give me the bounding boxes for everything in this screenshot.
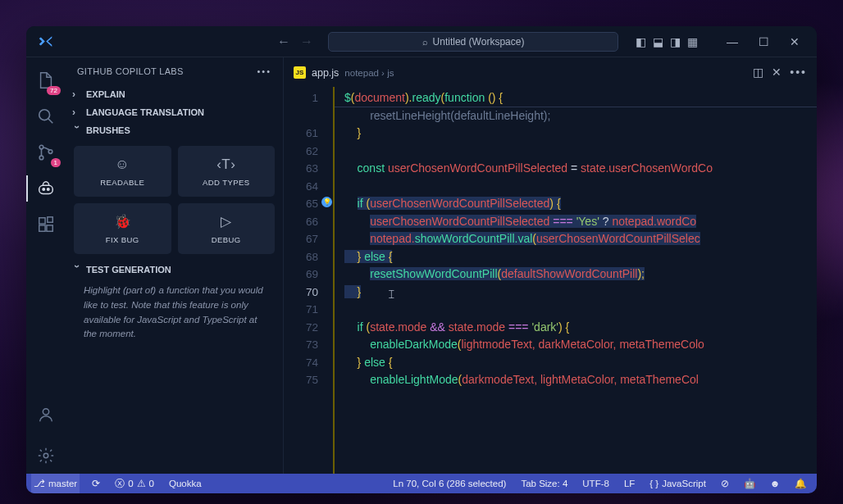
- status-encoding[interactable]: UTF-8: [580, 479, 612, 488]
- status-problems[interactable]: ⓧ0⚠0: [112, 478, 157, 490]
- scm-badge: 1: [51, 158, 61, 167]
- layout-controls: ◧ ⬓ ◨ ▦: [633, 33, 700, 51]
- main-area: 72 1 GITHUB COPILOT L: [26, 57, 817, 474]
- code-line: resetLineHeight(defaultLineHeight);: [335, 107, 817, 125]
- editor-tabs: JS app.js notepad › js ◫ ✕ •••: [284, 57, 817, 87]
- status-lang[interactable]: { }JavaScript: [647, 479, 709, 488]
- code-line: $(document).ready(function () {: [335, 89, 817, 107]
- command-center[interactable]: ⌕ Untitled (Workspace): [328, 32, 618, 52]
- tab-path: notepad › js: [344, 68, 394, 78]
- nav-controls: ← →: [277, 34, 313, 49]
- status-bell-icon[interactable]: 🔔: [792, 478, 809, 489]
- svg-point-12: [43, 453, 48, 458]
- titlebar: ← → ⌕ Untitled (Workspace) ◧ ⬓ ◨ ▦ — ☐ ✕: [26, 26, 817, 57]
- more-actions-icon[interactable]: •••: [790, 66, 807, 79]
- layout-panel-icon[interactable]: ⬓: [650, 33, 666, 51]
- chevron-right-icon: ›: [72, 107, 82, 118]
- status-left: ⎇master ⟳ ⓧ0⚠0 Quokka: [26, 474, 204, 493]
- status-tabsize[interactable]: Tab Size: 4: [518, 479, 570, 488]
- layout-customize-icon[interactable]: ▦: [685, 33, 700, 51]
- status-copilot-icon[interactable]: 🤖: [741, 478, 758, 489]
- section-brushes[interactable]: ›BRUSHES: [66, 121, 283, 139]
- status-prettier-icon[interactable]: ⊘: [718, 478, 731, 489]
- vscode-logo-icon: [33, 34, 57, 48]
- activity-account[interactable]: [26, 397, 66, 433]
- brush-fix-bug[interactable]: 🐞FIX BUG: [74, 203, 171, 254]
- bug-icon: 🐞: [114, 213, 131, 230]
- code-line: 💡 if (userChosenWordCountPillSelected) {: [335, 195, 817, 213]
- layout-sidebar-right-icon[interactable]: ◨: [668, 33, 683, 51]
- sidebar-title: GITHUB COPILOT LABS: [77, 66, 184, 76]
- code-line: }𝙸: [335, 284, 817, 302]
- testgen-hint: Highlight (part of) a function that you …: [66, 279, 283, 350]
- close-icon[interactable]: ✕: [779, 29, 810, 55]
- sync-icon: ⟳: [92, 478, 100, 489]
- forward-icon[interactable]: →: [300, 34, 313, 49]
- chevron-down-icon: ›: [71, 125, 83, 135]
- smile-icon: ☺: [115, 157, 130, 173]
- tab-app-js[interactable]: JS app.js notepad › js: [284, 57, 403, 87]
- code-line: const userChosenWordCountPillSelected = …: [335, 160, 817, 178]
- layout-sidebar-left-icon[interactable]: ◧: [633, 33, 649, 51]
- search-icon: ⌕: [422, 37, 428, 47]
- status-bar: ⎇master ⟳ ⓧ0⚠0 Quokka Ln 70, Col 6 (286 …: [26, 474, 817, 493]
- lightbulb-icon[interactable]: 💡: [321, 197, 332, 207]
- activity-search[interactable]: [26, 98, 66, 134]
- chevron-right-icon: ›: [72, 89, 82, 100]
- status-cursor[interactable]: Ln 70, Col 6 (286 selected): [390, 479, 508, 488]
- command-center-text: Untitled (Workspace): [433, 36, 525, 48]
- code-lines: $(document).ready(function () { resetLin…: [333, 87, 817, 474]
- code-line: if (state.mode && state.mode === 'dark')…: [335, 319, 817, 337]
- status-sync[interactable]: ⟳: [89, 478, 103, 489]
- tab-filename: app.js: [312, 67, 339, 79]
- type-icon: ‹T›: [216, 157, 235, 173]
- code-line: notepad.showWordCountPill.val(userChosen…: [335, 230, 817, 248]
- split-editor-icon[interactable]: ◫: [753, 66, 763, 79]
- code-line: userChosenWordCountPillSelected === 'Yes…: [335, 213, 817, 231]
- code-line: [335, 143, 817, 161]
- activity-bar: 72 1: [26, 57, 66, 474]
- vscode-window: ← → ⌕ Untitled (Workspace) ◧ ⬓ ◨ ▦ — ☐ ✕…: [26, 26, 817, 493]
- warning-icon: ⚠: [137, 478, 146, 489]
- activity-settings[interactable]: [26, 438, 66, 474]
- braces-icon: { }: [649, 479, 658, 488]
- close-tab-icon[interactable]: ✕: [772, 66, 781, 79]
- sidebar-header: GITHUB COPILOT LABS •••: [66, 57, 283, 85]
- brush-debug[interactable]: ▷DEBUG: [178, 203, 276, 254]
- more-icon[interactable]: •••: [257, 66, 271, 76]
- svg-rect-9: [47, 225, 52, 231]
- code-line: } else {: [335, 248, 817, 266]
- section-testgen[interactable]: ›TEST GENERATION: [66, 261, 283, 279]
- svg-point-5: [43, 188, 45, 191]
- status-feedback-icon[interactable]: ☻: [768, 479, 782, 488]
- status-right: Ln 70, Col 6 (286 selected) Tab Size: 4 …: [390, 478, 817, 489]
- code-line: resetShowWordCountPill(defaultShowWordCo…: [335, 266, 817, 284]
- status-eol[interactable]: LF: [622, 479, 637, 488]
- code-editor[interactable]: 1 61 62 63 64 65 66 67 68 69 70 71 72 73…: [284, 87, 817, 474]
- activity-explorer[interactable]: 72: [26, 62, 66, 98]
- activity-copilot-labs[interactable]: [26, 170, 66, 207]
- section-explain[interactable]: ›EXPLAIN: [66, 85, 283, 103]
- svg-rect-7: [39, 218, 45, 224]
- minimize-icon[interactable]: —: [717, 29, 748, 55]
- activity-extensions[interactable]: [26, 207, 66, 243]
- svg-point-6: [47, 188, 49, 191]
- line-gutter: 1 61 62 63 64 65 66 67 68 69 70 71 72 73…: [284, 87, 333, 474]
- maximize-icon[interactable]: ☐: [748, 29, 779, 55]
- brush-readable[interactable]: ☺READABLE: [74, 146, 171, 197]
- status-branch[interactable]: ⎇master: [31, 474, 80, 493]
- code-line: [335, 178, 817, 196]
- svg-point-11: [43, 409, 48, 415]
- status-quokka[interactable]: Quokka: [166, 479, 204, 488]
- code-line: [335, 301, 817, 319]
- brush-add-types[interactable]: ‹T›ADD TYPES: [178, 146, 276, 197]
- svg-rect-8: [39, 225, 45, 231]
- section-translation[interactable]: ›LANGUAGE TRANSLATION: [66, 103, 283, 121]
- svg-rect-10: [48, 217, 52, 222]
- svg-rect-4: [39, 185, 53, 193]
- activity-source-control[interactable]: 1: [26, 134, 66, 170]
- window-controls: — ☐ ✕: [717, 29, 810, 55]
- chevron-down-icon: ›: [71, 265, 83, 275]
- branch-icon: ⎇: [34, 478, 45, 489]
- back-icon[interactable]: ←: [277, 34, 290, 49]
